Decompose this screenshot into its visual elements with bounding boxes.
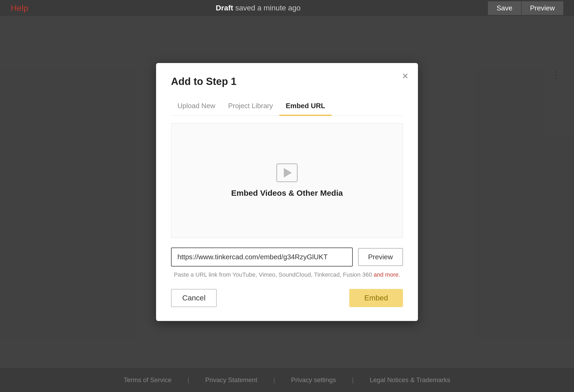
save-button[interactable]: Save [488,1,521,15]
cancel-button[interactable]: Cancel [171,289,217,307]
help-link[interactable]: Help [11,3,28,13]
tab-project-library[interactable]: Project Library [222,98,280,116]
footer-privacy-link[interactable]: Privacy Statement [205,376,257,384]
preview-url-button[interactable]: Preview [358,248,403,266]
page-background: Help Draft saved a minute ago Save Previ… [0,0,574,392]
and-more-link[interactable]: and more. [374,271,400,278]
footer-terms-link[interactable]: Terms of Service [124,376,172,384]
header-actions: Save Preview [488,1,563,15]
url-row: Preview [171,248,403,266]
play-triangle-icon [284,168,292,178]
modal-overlay: × Add to Step 1 Upload New Project Libra… [0,16,574,368]
tab-upload-new[interactable]: Upload New [171,98,222,116]
page-footer: Terms of Service | Privacy Statement | P… [0,368,574,392]
play-icon [276,163,298,182]
footer-settings-link[interactable]: Privacy settings [291,376,336,384]
url-hint: Paste a URL link from YouTube, Vimeo, So… [171,271,403,278]
footer-legal-link[interactable]: Legal Notices & Trademarks [370,376,450,384]
url-input[interactable] [171,248,353,266]
preview-button[interactable]: Preview [522,1,563,15]
embed-button[interactable]: Embed [349,289,403,307]
media-preview-area: Embed Videos & Other Media [171,123,403,238]
tab-bar: Upload New Project Library Embed URL [171,98,403,116]
page-content: ⋮ × Add to Step 1 Upload New Project Lib… [0,16,574,368]
preview-label: Embed Videos & Other Media [231,189,343,198]
page-header: Help Draft saved a minute ago Save Previ… [0,0,574,16]
action-row: Cancel Embed [171,289,403,307]
tab-embed-url[interactable]: Embed URL [279,98,331,116]
close-button[interactable]: × [402,70,408,81]
draft-status: Draft saved a minute ago [216,4,301,12]
modal-dialog: × Add to Step 1 Upload New Project Libra… [156,63,418,321]
modal-title: Add to Step 1 [171,76,403,87]
